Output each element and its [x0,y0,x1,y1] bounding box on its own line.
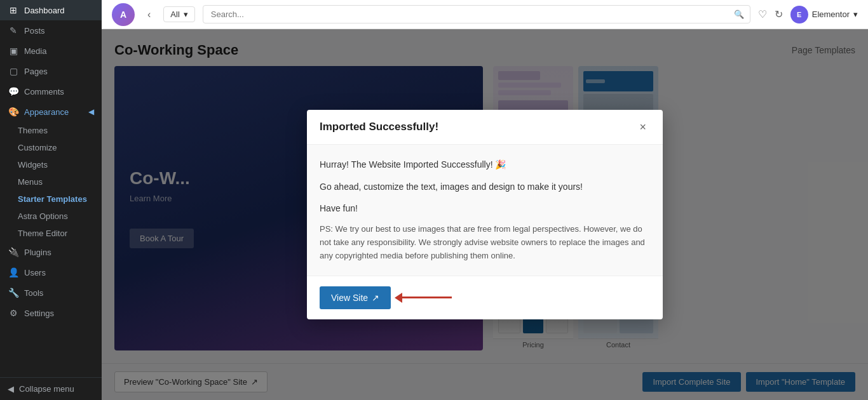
sidebar-item-label: Pages [24,67,48,76]
theme-editor-label: Theme Editor [18,229,67,238]
plugins-icon: 🔌 [8,247,19,257]
modal-overlay: Imported Successfully! × Hurray! The Web… [102,29,868,400]
view-site-label: View Site [331,293,368,303]
sidebar-sub-theme-editor[interactable]: Theme Editor [0,225,102,242]
themes-label: Themes [18,126,48,135]
sidebar-item-dashboard[interactable]: ⊞ Dashboard [0,0,102,20]
sidebar-item-label: Posts [24,26,45,36]
sidebar-item-label: Settings [24,309,54,318]
user-dropdown-icon: ▾ [853,10,858,19]
search-icon: 🔍 [734,10,744,19]
user-avatar: E [790,6,808,23]
widgets-label: Widgets [18,160,48,170]
sidebar-item-label: Plugins [24,248,51,257]
pages-icon: ▢ [8,66,19,76]
settings-icon: ⚙ [8,308,19,318]
appearance-collapse-icon: ◀ [88,107,94,116]
sidebar-sub-themes[interactable]: Themes [0,122,102,139]
search-wrapper: 🔍 [203,5,750,23]
sidebar-item-appearance[interactable]: 🎨 Appearance ◀ [0,102,102,122]
content-area: Co-Working Space Page Templates Co-W... … [102,29,868,400]
collapse-label: Collapse menu [19,384,74,394]
starter-templates-label: Starter Templates [18,194,87,204]
astra-options-label: Astra Options [18,211,68,221]
modal-line-3: Have fun! [320,201,650,215]
modal-footer: View Site ↗ [307,276,663,319]
back-button[interactable]: ‹ [142,6,156,23]
view-site-external-icon: ↗ [372,293,379,303]
user-label: Elementor [812,10,850,19]
main-area: A ‹ All ▾ 🔍 ♡ ↻ E Elementor ▾ [102,0,868,400]
user-menu[interactable]: E Elementor ▾ [790,6,858,23]
sidebar-item-label: Dashboard [24,6,65,15]
filter-chevron-icon: ▾ [184,10,188,19]
favorites-icon[interactable]: ♡ [758,8,767,20]
customize-label: Customize [18,143,57,152]
modal-line-4: PS: We try our best to use images that a… [320,223,650,262]
sidebar-item-label: Tools [24,288,43,298]
sidebar-item-label: Users [24,268,46,277]
modal-body: Hurray! The Website Imported Successfull… [307,145,663,276]
sidebar-item-tools[interactable]: 🔧 Tools [0,283,102,303]
sidebar-item-users[interactable]: 👤 Users [0,262,102,283]
topbar: A ‹ All ▾ 🔍 ♡ ↻ E Elementor ▾ [102,0,868,29]
modal-title: Imported Successfully! [320,121,438,133]
sidebar-item-comments[interactable]: 💬 Comments [0,81,102,102]
collapse-icon: ◀ [8,384,14,394]
sidebar-item-posts[interactable]: ✎ Posts [0,20,102,41]
posts-icon: ✎ [8,25,19,36]
tools-icon: 🔧 [8,288,19,298]
refresh-icon[interactable]: ↻ [775,8,783,20]
sidebar-sub-starter-templates[interactable]: Starter Templates [0,190,102,208]
back-icon: ‹ [147,9,151,20]
sidebar-sub-astra-options[interactable]: Astra Options [0,208,102,225]
arrow-head [395,293,402,303]
success-modal: Imported Successfully! × Hurray! The Web… [307,110,663,319]
sidebar-item-label: Media [24,46,46,56]
sidebar-sub-customize[interactable]: Customize [0,139,102,156]
dashboard-icon: ⊞ [8,5,19,15]
comments-icon: 💬 [8,86,19,97]
sidebar-sub-widgets[interactable]: Widgets [0,156,102,173]
sidebar-item-pages[interactable]: ▢ Pages [0,61,102,81]
sidebar-item-label: Comments [24,87,64,97]
modal-line-2: Go ahead, customize the text, images and… [320,180,650,194]
appearance-icon: 🎨 [8,107,19,117]
sidebar-item-media[interactable]: ▣ Media [0,41,102,61]
sidebar-item-plugins[interactable]: 🔌 Plugins [0,242,102,262]
arrow-indicator [401,297,452,298]
view-site-button[interactable]: View Site ↗ [320,286,391,309]
filter-label: All [170,10,179,19]
modal-header: Imported Successfully! × [307,110,663,145]
topbar-actions: ♡ ↻ E Elementor ▾ [758,6,858,23]
sidebar-collapse-btn[interactable]: ◀ Collapse menu [0,377,102,400]
users-icon: 👤 [8,267,19,277]
sidebar-item-label: Appearance [24,107,69,117]
modal-line-1: Hurray! The Website Imported Successfull… [320,157,650,171]
search-input[interactable] [203,5,750,23]
modal-close-button[interactable]: × [635,120,650,134]
menus-label: Menus [18,177,43,187]
sidebar-sub-menus[interactable]: Menus [0,173,102,190]
sidebar: ⊞ Dashboard ✎ Posts ▣ Media ▢ Pages 💬 Co… [0,0,102,400]
media-icon: ▣ [8,46,19,56]
site-logo: A [112,3,135,26]
sidebar-item-settings[interactable]: ⚙ Settings [0,303,102,323]
arrow-shaft [401,297,452,298]
filter-dropdown[interactable]: All ▾ [163,6,194,22]
